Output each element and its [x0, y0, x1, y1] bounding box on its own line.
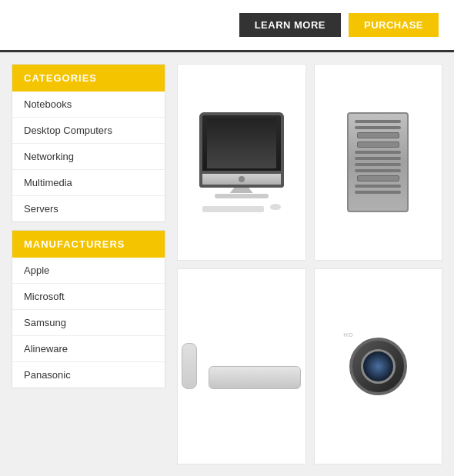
camera-illustration: HD [339, 328, 416, 404]
purchase-button[interactable]: PURCHASE [349, 13, 439, 37]
macpro-drive-1 [357, 132, 399, 138]
sidebar-item-multimedia[interactable]: Multimedia [12, 170, 165, 196]
camera-lens [361, 349, 396, 384]
main-layout: CATEGORIES Notebooks Desktop Computers N… [0, 52, 454, 476]
appletv-row [182, 343, 301, 389]
sidebar-item-apple[interactable]: Apple [12, 258, 165, 284]
appletv-box [209, 366, 301, 389]
sidebar-item-panasonic[interactable]: Panasonic [12, 362, 165, 388]
macpro-vent-3 [355, 151, 401, 154]
product-card-imac[interactable] [177, 64, 306, 261]
sidebar-item-networking[interactable]: Networking [12, 144, 165, 170]
sidebar: CATEGORIES Notebooks Desktop Computers N… [12, 64, 165, 464]
macpro-vent-7 [355, 185, 401, 188]
learn-more-button[interactable]: LEARN MORE [239, 13, 341, 37]
imac-mouse [270, 204, 281, 210]
sidebar-item-desktop-computers[interactable]: Desktop Computers [12, 118, 165, 144]
categories-section: CATEGORIES Notebooks Desktop Computers N… [12, 64, 165, 222]
appletv-illustration [182, 343, 301, 389]
imac-screen [199, 112, 284, 175]
manufacturers-header: MANUFACTURERS [12, 231, 165, 258]
imac-keyboard [202, 206, 264, 212]
macpro-drive-2 [357, 141, 399, 148]
macpro-vent-1 [355, 120, 401, 123]
macpro-vent-8 [355, 191, 401, 194]
macpro-vent-5 [355, 163, 401, 166]
top-bar: LEARN MORE PURCHASE [0, 0, 454, 52]
manufacturers-section: MANUFACTURERS Apple Microsoft Samsung Al… [12, 230, 165, 388]
macpro-vent-4 [355, 157, 401, 160]
camera-body [349, 338, 407, 395]
macpro-vent-2 [355, 126, 401, 129]
macpro-vent-6 [355, 169, 401, 172]
categories-header: CATEGORIES [12, 65, 165, 92]
imac-stand [230, 188, 253, 194]
imac-chin [199, 174, 284, 187]
product-card-appletv[interactable] [177, 268, 306, 465]
sidebar-item-notebooks[interactable]: Notebooks [12, 92, 165, 118]
imac-base [215, 194, 269, 198]
sidebar-item-samsung[interactable]: Samsung [12, 310, 165, 336]
sidebar-item-alineware[interactable]: Alineware [12, 336, 165, 362]
content-grid: HD [177, 64, 442, 464]
sidebar-item-servers[interactable]: Servers [12, 196, 165, 221]
product-card-camera[interactable]: HD [314, 268, 443, 465]
macpro-drive-3 [357, 175, 399, 181]
sidebar-item-microsoft[interactable]: Microsoft [12, 284, 165, 310]
imac-apple-logo [239, 176, 245, 182]
product-card-macpro[interactable] [314, 64, 443, 261]
imac-screen-inner [207, 118, 276, 168]
macpro-illustration [347, 112, 409, 212]
appletv-remote [182, 343, 197, 389]
camera-label: HD [343, 331, 354, 338]
imac-illustration [192, 112, 292, 212]
